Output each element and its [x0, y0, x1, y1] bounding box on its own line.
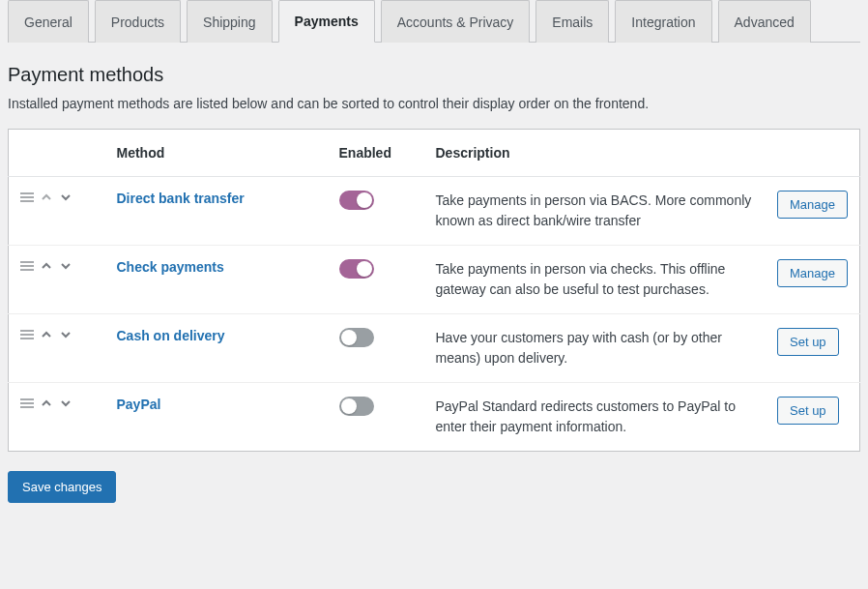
svg-rect-6	[20, 330, 34, 332]
drag-handle-icon[interactable]	[20, 397, 34, 410]
set-up-button[interactable]: Set up	[777, 397, 839, 425]
method-description: Take payments in person via BACS. More c…	[424, 177, 767, 246]
move-down-icon[interactable]	[59, 328, 72, 341]
tab-payments[interactable]: Payments	[278, 0, 375, 43]
move-up-icon[interactable]	[40, 259, 53, 273]
tab-emails[interactable]: Emails	[535, 0, 609, 43]
table-row: Cash on deliveryHave your customers pay …	[9, 314, 860, 383]
enabled-toggle[interactable]	[339, 259, 374, 279]
move-down-icon[interactable]	[59, 259, 72, 273]
svg-rect-3	[20, 261, 34, 263]
method-link[interactable]: Cash on delivery	[117, 328, 225, 343]
drag-handle-icon[interactable]	[20, 191, 34, 204]
svg-rect-1	[20, 196, 34, 198]
enabled-toggle[interactable]	[339, 397, 374, 416]
col-description: Description	[424, 130, 767, 177]
page-title: Payment methods	[8, 64, 860, 86]
svg-rect-8	[20, 338, 34, 339]
move-up-icon[interactable]	[40, 397, 53, 410]
col-sort	[9, 130, 105, 177]
move-down-icon[interactable]	[59, 191, 72, 204]
move-down-icon[interactable]	[59, 397, 72, 410]
settings-tabs: GeneralProductsShippingPaymentsAccounts …	[8, 0, 860, 43]
tab-advanced[interactable]: Advanced	[718, 0, 811, 43]
method-link[interactable]: Check payments	[117, 259, 224, 275]
method-description: Take payments in person via checks. This…	[424, 246, 767, 314]
move-up-icon	[40, 191, 53, 204]
page-subtitle: Installed payment methods are listed bel…	[8, 96, 860, 111]
svg-rect-7	[20, 334, 34, 336]
svg-rect-10	[20, 402, 34, 404]
svg-rect-5	[20, 269, 34, 271]
tab-shipping[interactable]: Shipping	[187, 0, 273, 43]
col-enabled: Enabled	[328, 130, 424, 177]
enabled-toggle[interactable]	[339, 191, 374, 210]
method-description: PayPal Standard redirects customers to P…	[424, 383, 767, 452]
table-row: PayPalPayPal Standard redirects customer…	[9, 383, 860, 452]
method-link[interactable]: Direct bank transfer	[117, 191, 245, 206]
set-up-button[interactable]: Set up	[777, 328, 839, 356]
enabled-toggle[interactable]	[339, 328, 374, 347]
save-button[interactable]: Save changes	[8, 471, 116, 503]
payment-methods-table: Method Enabled Description Direct bank t…	[8, 129, 860, 452]
tab-general[interactable]: General	[8, 0, 89, 43]
svg-rect-0	[20, 192, 34, 194]
col-action	[766, 130, 859, 177]
svg-rect-9	[20, 398, 34, 400]
tab-products[interactable]: Products	[95, 0, 181, 43]
svg-rect-2	[20, 200, 34, 202]
tab-accounts-privacy[interactable]: Accounts & Privacy	[381, 0, 531, 43]
svg-rect-11	[20, 406, 34, 408]
drag-handle-icon[interactable]	[20, 259, 34, 273]
method-link[interactable]: PayPal	[117, 397, 161, 412]
col-method: Method	[105, 130, 328, 177]
svg-rect-4	[20, 265, 34, 267]
tab-integration[interactable]: Integration	[615, 0, 711, 43]
manage-button[interactable]: Manage	[777, 259, 848, 287]
table-row: Check paymentsTake payments in person vi…	[9, 246, 860, 314]
move-up-icon[interactable]	[40, 328, 53, 341]
method-description: Have your customers pay with cash (or by…	[424, 314, 767, 383]
table-row: Direct bank transferTake payments in per…	[9, 177, 860, 246]
manage-button[interactable]: Manage	[777, 191, 848, 219]
drag-handle-icon[interactable]	[20, 328, 34, 341]
